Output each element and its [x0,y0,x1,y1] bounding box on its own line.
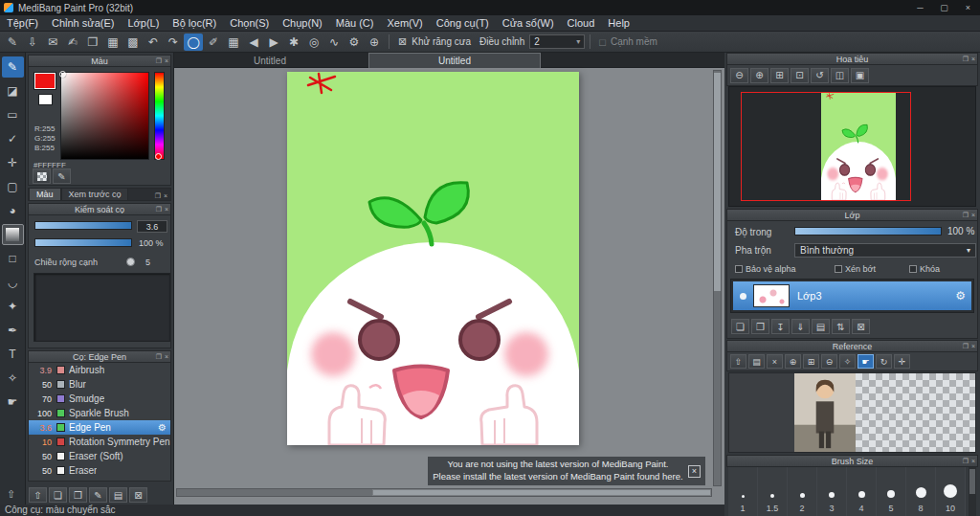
close-icon[interactable]: × [165,353,168,360]
blend-mode-dropdown[interactable]: Bình thường ▾ [794,243,976,258]
symmetry-icon[interactable]: ✱ [284,34,303,51]
hue-slider[interactable] [154,72,165,160]
menu-item[interactable]: Tệp(F) [0,16,45,30]
reference-image-area[interactable] [728,372,976,453]
zoom-in-icon[interactable]: ⊕ [785,354,801,369]
save-icon[interactable]: ⇩ [23,34,42,51]
fit-icon[interactable]: ⊞ [803,354,819,369]
close-icon[interactable]: × [971,56,975,62]
layer-opacity-slider[interactable] [794,227,942,236]
menu-item[interactable]: Chỉnh sửa(E) [45,16,121,30]
brush-size-cell[interactable]: 5 [877,467,906,516]
lasso-tool[interactable]: ◡ [2,272,24,293]
brush-size-value[interactable]: 3.6 [137,220,167,233]
annotate-icon[interactable]: ✍ [63,34,82,51]
wand-tool[interactable]: ✦ [2,296,24,317]
brush-size-cell[interactable]: 1.5 [758,467,788,516]
zoom-out-icon[interactable]: ⊖ [821,354,837,369]
collapse-icon[interactable]: ⇧ [29,487,47,503]
layer-folder-icon[interactable]: ▤ [812,319,830,334]
navigator-preview[interactable] [728,86,976,207]
popout-icon[interactable]: ❐ [156,353,162,361]
merge-layer-icon[interactable]: ↧ [771,319,790,334]
redo-icon[interactable]: ↷ [164,34,183,51]
menu-item[interactable]: Màu (C) [329,16,381,30]
ellipse-select-icon[interactable]: ◯ [184,34,203,51]
close-icon[interactable]: × [971,343,975,349]
actual-size-icon[interactable]: ⊡ [791,68,809,83]
close-icon[interactable]: × [971,458,975,464]
notification-close-button[interactable]: × [688,465,701,478]
menu-item[interactable]: Xem(V) [380,16,429,30]
pen-tool[interactable]: ✓ [2,128,24,149]
menu-item[interactable]: Cloud [561,16,602,30]
transparent-color-icon[interactable] [33,168,51,184]
duplicate-brush-icon[interactable]: ❐ [69,487,87,503]
prev-icon[interactable]: ◀ [244,34,263,51]
pixel-grid-icon[interactable]: ▦ [224,34,243,51]
brush-size-scrollbar-thumb[interactable] [969,469,975,494]
popout-icon[interactable]: ❐ [156,57,162,65]
brush-size-cell[interactable]: 3 [817,467,847,516]
tab-brush-preview[interactable]: Xem trước cọ [61,188,129,200]
soft-edge-icon[interactable]: □ [599,36,606,48]
delete-brush-icon[interactable]: ⊠ [129,487,147,503]
rotate-reset-icon[interactable]: ↺ [811,68,829,83]
brush-row[interactable]: 3.9 Airbrush ⚙ [29,363,170,377]
gradient-tool[interactable] [2,224,24,245]
undo-icon[interactable]: ↶ [144,34,163,51]
menu-item[interactable]: Cửa sổ(W) [496,16,561,30]
duplicate-layer-icon[interactable]: ❐ [751,319,769,334]
brush-row[interactable]: 70 Smudge ⚙ [29,392,170,406]
close-button[interactable]: × [956,0,980,15]
brush-size-scrollbar[interactable] [969,467,976,516]
snapshot-icon[interactable]: ▣ [851,68,869,83]
brush-folder-icon[interactable]: ▤ [109,487,127,503]
clear-image-icon[interactable]: × [767,354,783,369]
next-icon[interactable]: ▶ [264,34,283,51]
gear-icon[interactable]: ⚙ [158,422,167,433]
bucket-tool[interactable]: ◕ [2,200,24,221]
minimize-button[interactable]: ─ [908,0,932,15]
zoom-out-icon[interactable]: ⊖ [730,68,748,83]
brush-size-cell[interactable]: 2 [788,467,817,516]
zoom-in-icon[interactable]: ⊕ [750,68,768,83]
menu-item[interactable]: Chọn(S) [223,16,276,30]
vertical-scrollbar-thumb[interactable] [714,73,721,291]
select-pen-tool[interactable]: □ [2,248,24,269]
adjust-dropdown[interactable]: 2 ▾ [529,34,585,49]
layer-row-selected[interactable]: Lớp3 ⚙ [733,281,971,310]
hand-icon[interactable]: ☛ [858,354,874,369]
collapse-strip-icon[interactable]: ⇧ [7,488,15,501]
open-folder-icon[interactable]: ▤ [748,354,765,369]
hand-tool[interactable]: ☛ [2,392,24,413]
brush-size-cell[interactable]: 10 [936,467,966,516]
fit-window-icon[interactable]: ⊞ [770,68,789,83]
vertical-scrollbar[interactable] [713,70,722,486]
eyedropper-icon[interactable]: ✧ [839,354,856,369]
eraser-tool[interactable]: ◪ [2,80,24,101]
brush-row[interactable]: 50 Eraser (Soft) ⚙ [29,449,170,463]
crosshair-icon[interactable]: ✛ [894,354,910,369]
brush-row[interactable]: 50 Blur ⚙ [29,377,170,392]
pen-icon[interactable]: ✎ [3,34,22,51]
table-icon[interactable]: ▦ [103,34,122,51]
brush-row[interactable]: 10 Rotation Symmetry Pen ⚙ [29,435,170,449]
maximize-button[interactable]: ▢ [932,0,956,15]
eyedropper-tool[interactable]: ✧ [2,368,24,389]
horizontal-scrollbar[interactable] [176,488,712,497]
grid-icon[interactable]: ▩ [123,34,143,51]
new-layer-icon[interactable]: ❏ [731,319,749,334]
popout-icon[interactable]: ❐ [963,343,969,350]
brush-row[interactable]: 3.6 Edge Pen ⚙ [29,420,170,435]
brush-row[interactable]: 50 Eraser ⚙ [29,463,170,478]
popout-icon[interactable]: ❐ [963,212,969,219]
tab-color[interactable]: Màu [29,188,61,200]
document-tab-active[interactable]: Untitled [368,53,541,68]
document-tab[interactable]: Untitled [212,53,327,68]
brush-stroke-icon[interactable]: ✐ [204,34,223,51]
popout-icon[interactable]: ❐ [155,192,161,200]
text-tool[interactable]: T [2,344,24,365]
reorder-layer-icon[interactable]: ⇅ [832,319,850,334]
delete-layer-icon[interactable]: ⊠ [852,319,870,334]
